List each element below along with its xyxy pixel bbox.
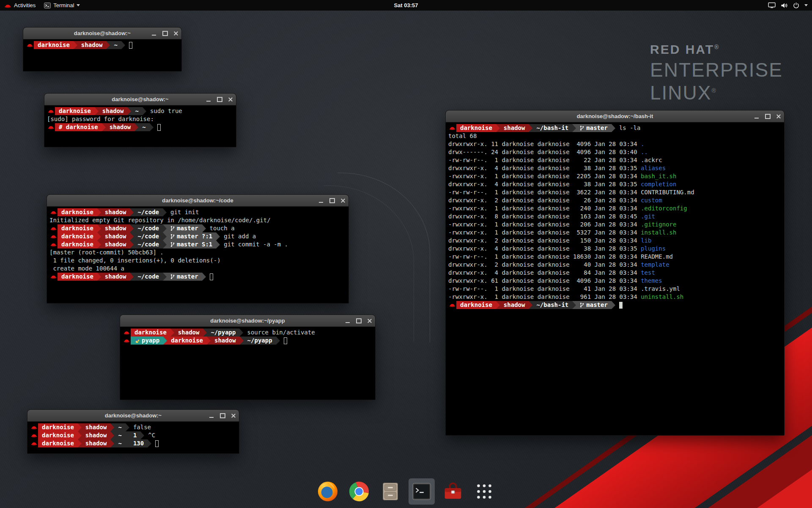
toolbox-icon[interactable] [440, 478, 466, 505]
close-button[interactable] [337, 195, 348, 206]
terminal-content[interactable]: darknoiseshadow~/codegit initInitialized… [47, 207, 348, 303]
prompt-segment-user: darknoise [58, 240, 97, 248]
prompt-segment-host: shadow [82, 439, 111, 447]
redhat-icon [4, 3, 11, 8]
prompt-segment-path: ~ [110, 41, 121, 49]
powerline-arrow [97, 240, 101, 248]
window-titlebar[interactable]: darknoise@shadow:~ [27, 410, 239, 422]
terminal-content[interactable]: darknoiseshadow~sudo true[sudo] password… [44, 105, 236, 147]
close-button[interactable] [170, 28, 181, 39]
minimize-button[interactable] [203, 94, 214, 105]
clock[interactable]: Sat 03:57 [394, 2, 418, 8]
files-icon[interactable] [377, 478, 403, 505]
terminal-content[interactable]: darknoiseshadow~/bash-itmasterls -latota… [446, 122, 784, 435]
output-text: [sudo] password for darknoise: [47, 115, 154, 123]
power-icon[interactable] [793, 2, 799, 8]
terminal-window[interactable]: darknoise@shadow:~/codedarknoiseshadow~/… [47, 194, 349, 304]
close-button[interactable] [225, 94, 236, 105]
maximize-button[interactable] [159, 28, 170, 39]
prompt-segment-path: ~ [114, 439, 125, 447]
powerline-arrow [97, 273, 101, 281]
terminal-window[interactable]: darknoise@shadow:~darknoiseshadow~falsed… [27, 409, 239, 454]
app-grid-icon[interactable] [471, 478, 497, 505]
file-meta: -rw-rw-r--. 1 darknoise darknoise 18630 … [448, 253, 641, 261]
prompt-segment-path: ~ [114, 423, 125, 431]
output-line: create mode 100644 a [49, 265, 346, 273]
registered-mark: ® [714, 44, 720, 50]
command-text: false [133, 423, 151, 431]
window-titlebar[interactable]: darknoise@shadow:~ [44, 94, 236, 105]
minimize-button[interactable] [206, 410, 217, 421]
git-branch-icon [170, 226, 175, 231]
powerline-arrow [240, 337, 244, 345]
powerline-arrow [130, 232, 134, 240]
powerline-arrow [97, 208, 101, 216]
output-line: drwxrwxr-x. 11 darknoise darknoise 4096 … [448, 140, 782, 148]
close-button[interactable] [773, 110, 784, 122]
maximize-button[interactable] [353, 315, 364, 326]
prompt-line: darknoiseshadow~/codegit init [49, 208, 346, 216]
terminal-window[interactable]: darknoise@shadow:~/bash-itdarknoiseshado… [445, 110, 785, 436]
minimize-button[interactable] [342, 315, 353, 326]
terminal-icon[interactable] [409, 478, 435, 505]
volume-icon[interactable] [781, 3, 788, 8]
window-titlebar[interactable]: darknoise@shadow:~/code [47, 195, 348, 207]
terminal-content[interactable]: darknoiseshadow~ [23, 39, 181, 71]
file-name: bash_it.sh [641, 172, 676, 180]
prompt-segment-host: shadow [101, 232, 130, 240]
output-line: drwx------. 24 darknoise darknoise 4096 … [448, 148, 782, 156]
app-menu[interactable]: Terminal [40, 0, 84, 11]
file-name: .travis.yml [641, 285, 680, 293]
minimize-button[interactable] [148, 28, 159, 39]
minimize-button[interactable] [751, 110, 762, 122]
window-titlebar[interactable]: darknoise@shadow:~/pyapp [120, 315, 375, 327]
output-line: -rw-rw-r--. 1 darknoise darknoise 3622 J… [448, 188, 782, 196]
fedora-icon [47, 125, 55, 130]
prompt-segment-host: shadow [106, 123, 135, 131]
fedora-icon [49, 274, 58, 279]
powerline-arrow [202, 224, 206, 232]
file-meta: -rw-rw-r--. 1 darknoise darknoise 41 Jan… [448, 285, 641, 293]
powerline-arrow [163, 232, 167, 240]
minimize-button[interactable] [315, 195, 326, 206]
prompt-segment-path: ~ [114, 431, 125, 439]
terminal-window[interactable]: darknoise@shadow:~/pyappdarknoiseshadow~… [120, 315, 376, 400]
maximize-button[interactable] [762, 110, 773, 122]
git-branch-icon [170, 234, 175, 239]
prompt-segment-user: # darknoise [55, 123, 102, 131]
prompt-segment-user: darknoise [58, 224, 97, 232]
prompt-segment-path: ~ [131, 107, 142, 115]
close-button[interactable] [228, 410, 239, 421]
command-text: sudo true [150, 107, 182, 115]
prompt-segment-git: master ?:1 [167, 232, 216, 240]
prompt-segment-host: shadow [500, 124, 529, 132]
terminal-content[interactable]: darknoiseshadow~falsedarknoiseshadow~1^C… [27, 422, 239, 453]
output-line: -rwxrwxr-x. 1 darknoise darknoise 961 Ja… [448, 293, 782, 301]
window-titlebar[interactable]: darknoise@shadow:~ [23, 28, 181, 39]
fedora-icon [448, 303, 456, 307]
file-name: plugins [641, 245, 666, 253]
chrome-icon[interactable] [346, 478, 372, 505]
terminal-content[interactable]: darknoiseshadow~/pyappsource bin/activat… [120, 327, 375, 400]
terminal-window[interactable]: darknoise@shadow:~darknoiseshadow~ [23, 27, 182, 72]
chevron-down-icon[interactable] [804, 4, 808, 6]
maximize-button[interactable] [326, 195, 337, 206]
maximize-button[interactable] [214, 94, 225, 105]
display-icon[interactable] [768, 2, 776, 8]
window-title: darknoise@shadow:~ [61, 412, 205, 419]
prompt-segment-user: darknoise [58, 273, 97, 281]
file-meta: drwxrwxr-x. 61 darknoise darknoise 4096 … [448, 277, 641, 285]
powerline-arrow [130, 224, 134, 232]
terminal-window[interactable]: darknoise@shadow:~darknoiseshadow~sudo t… [44, 93, 236, 147]
prompt-segment-user: darknoise [38, 431, 78, 439]
window-titlebar[interactable]: darknoise@shadow:~/bash-it [446, 110, 784, 122]
prompt-segment-host: shadow [101, 224, 130, 232]
activities-button[interactable]: Activities [0, 0, 40, 11]
fedora-icon [26, 43, 34, 47]
prompt-line: darknoiseshadow~/codemaster ?:1git add a [49, 232, 346, 240]
maximize-button[interactable] [217, 410, 228, 421]
close-button[interactable] [364, 315, 375, 326]
prompt-line: darknoiseshadow~1^C [30, 431, 236, 439]
output-line: drwxrwxr-x. 4 darknoise darknoise 38 Jan… [448, 245, 782, 253]
firefox-icon[interactable] [315, 478, 341, 505]
